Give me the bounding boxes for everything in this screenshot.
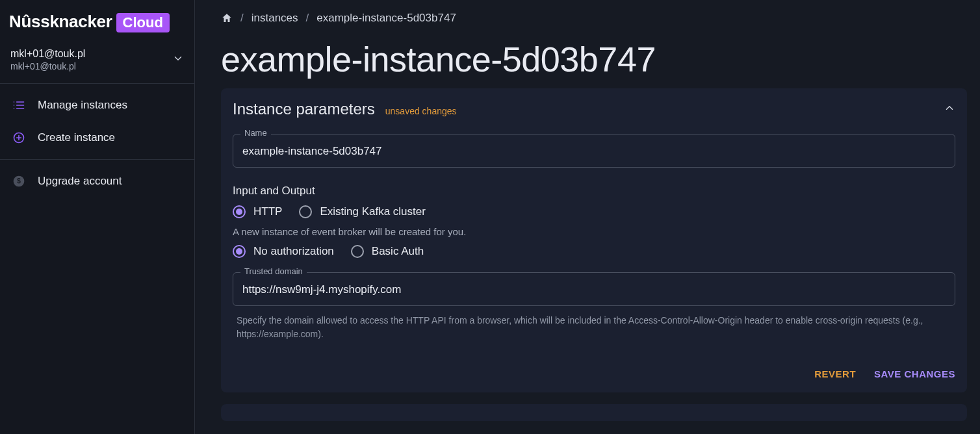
home-icon[interactable] (221, 12, 233, 24)
breadcrumb-current: example-instance-5d03b747 (316, 12, 456, 25)
app-root: Nûssknacker Cloud mkl+01@touk.pl mkl+01@… (0, 0, 980, 434)
name-label: Name (240, 128, 271, 138)
main: / instances / example-instance-5d03b747 … (195, 0, 980, 434)
name-input[interactable] (233, 134, 955, 168)
io-section-label: Input and Output (233, 185, 955, 198)
card-actions: REVERT SAVE CHANGES (233, 368, 955, 379)
plus-circle-icon (12, 131, 26, 145)
svg-text:$: $ (17, 177, 21, 185)
trusted-domain-field: Trusted domain (233, 272, 955, 306)
unsaved-changes-badge: unsaved changes (385, 106, 457, 116)
page-title: example-instance-5d03b747 (221, 39, 967, 79)
radio-label: Existing Kafka cluster (320, 205, 426, 218)
breadcrumb-separator: / (306, 12, 309, 25)
radio-label: No authorization (253, 245, 334, 258)
radio-no-authorization[interactable]: No authorization (233, 245, 334, 258)
breadcrumb-instances[interactable]: instances (251, 12, 298, 25)
breadcrumb: / instances / example-instance-5d03b747 (221, 12, 967, 25)
radio-indicator-icon (299, 205, 312, 218)
trusted-domain-label: Trusted domain (240, 266, 307, 276)
radio-indicator-icon (351, 245, 364, 258)
instance-parameters-card: Instance parameters unsaved changes Name… (221, 88, 967, 392)
sidebar: Nûssknacker Cloud mkl+01@touk.pl mkl+01@… (0, 0, 195, 434)
name-field: Name (233, 134, 955, 168)
chevron-down-icon (172, 53, 184, 67)
trusted-domain-help: Specify the domain allowed to access the… (233, 314, 955, 341)
logo[interactable]: Nûssknacker Cloud (0, 0, 194, 39)
dollar-circle-icon: $ (12, 174, 26, 188)
next-card-placeholder (221, 404, 967, 421)
list-icon (12, 98, 26, 112)
logo-word: Nûssknacker (9, 12, 112, 32)
trusted-domain-input[interactable] (233, 272, 955, 306)
sidebar-item-manage-instances[interactable]: Manage instances (0, 89, 194, 121)
radio-indicator-icon (233, 205, 246, 218)
save-changes-button[interactable]: SAVE CHANGES (874, 368, 955, 379)
breadcrumb-separator: / (240, 12, 244, 25)
sidebar-item-create-instance[interactable]: Create instance (0, 121, 194, 154)
radio-http[interactable]: HTTP (233, 205, 282, 218)
sidebar-item-label: Manage instances (38, 99, 127, 112)
revert-button[interactable]: REVERT (814, 368, 856, 379)
auth-radio-group: No authorization Basic Auth (233, 245, 955, 258)
radio-indicator-icon (233, 245, 246, 258)
card-header: Instance parameters unsaved changes (233, 100, 955, 118)
account-switcher[interactable]: mkl+01@touk.pl mkl+01@touk.pl (0, 39, 194, 83)
account-info: mkl+01@touk.pl mkl+01@touk.pl (10, 48, 85, 71)
sidebar-item-upgrade-account[interactable]: $ Upgrade account (0, 165, 194, 198)
radio-basic-auth[interactable]: Basic Auth (351, 245, 424, 258)
radio-label: HTTP (253, 205, 282, 218)
io-hint: A new instance of event broker will be c… (233, 226, 955, 237)
content: / instances / example-instance-5d03b747 … (195, 0, 980, 434)
logo-badge: Cloud (116, 13, 170, 32)
collapse-toggle[interactable] (944, 102, 955, 116)
radio-existing-kafka[interactable]: Existing Kafka cluster (299, 205, 426, 218)
radio-label: Basic Auth (372, 245, 424, 258)
sidebar-item-label: Create instance (38, 131, 115, 144)
account-name: mkl+01@touk.pl (10, 48, 85, 60)
sidebar-item-label: Upgrade account (38, 175, 122, 188)
account-email: mkl+01@touk.pl (10, 61, 85, 71)
io-radio-group: HTTP Existing Kafka cluster (233, 205, 955, 218)
card-title: Instance parameters (233, 100, 375, 118)
nav-primary: Manage instances Create instance (0, 84, 194, 159)
nav-secondary: $ Upgrade account (0, 160, 194, 203)
